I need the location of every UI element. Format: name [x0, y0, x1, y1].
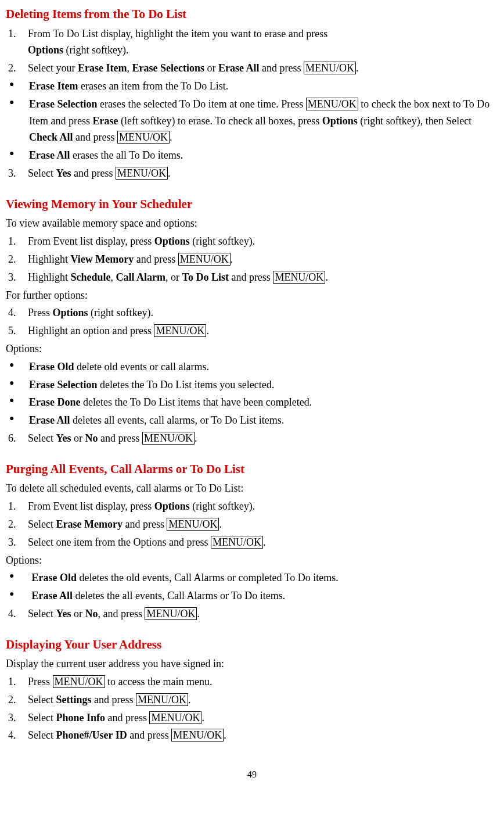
- text: deletes all events, call alarms, or To D…: [70, 414, 285, 426]
- key-label: MENU/OK: [306, 98, 358, 110]
- text: (right softkey).: [63, 44, 128, 56]
- text: .: [168, 167, 171, 179]
- text: Select: [28, 518, 56, 530]
- bold-text: View Memory: [71, 253, 134, 265]
- text: Highlight an option and press: [28, 325, 154, 336]
- key-label: MENU/OK: [142, 432, 195, 445]
- step-body: Select one item from the Options and pre…: [28, 534, 498, 551]
- text: .: [356, 62, 359, 74]
- bold-text: Options: [154, 500, 190, 512]
- key-label: MENU/OK: [171, 729, 224, 742]
- step-body: Highlight Schedule, Call Alarm, or To Do…: [28, 269, 498, 286]
- step-item: 3. Select Yes and press MENU/OK.: [6, 165, 498, 182]
- step-number: 1.: [6, 674, 28, 690]
- key-label: MENU/OK: [178, 253, 231, 266]
- bullet-icon: ●: [6, 412, 29, 429]
- bullet-icon: ●: [6, 147, 29, 164]
- key-label: MENU/OK: [149, 711, 201, 724]
- bold-text: Erase Old: [32, 572, 77, 583]
- text: delete old events or call alarms.: [74, 361, 209, 372]
- text: For further options:: [6, 287, 498, 304]
- text: and press: [127, 729, 171, 741]
- text: Select: [28, 694, 56, 705]
- bold-text: Erase Item: [78, 62, 127, 74]
- step-number: 2.: [6, 60, 28, 77]
- text: erases the selected To Do item at one ti…: [97, 98, 305, 110]
- step-number: 4.: [6, 727, 28, 744]
- text: Highlight: [28, 253, 71, 265]
- bold-text: Erase Selections: [132, 62, 204, 74]
- text: deletes the To Do List items you selecte…: [97, 379, 274, 391]
- bold-text: Erase Selection: [29, 379, 97, 391]
- text: Select one item from the Options and pre…: [28, 536, 211, 548]
- step-item: 4. Select Yes or No, and press MENU/OK.: [6, 606, 498, 622]
- bold-text: Erase Old: [29, 361, 74, 372]
- text: .: [263, 536, 266, 548]
- text: Select: [28, 167, 56, 179]
- step-body: Select Settings and press MENU/OK.: [28, 692, 498, 708]
- step-item: 1. Press MENU/OK to access the main menu…: [6, 674, 498, 690]
- step-body: Select Erase Memory and press MENU/OK.: [28, 516, 498, 533]
- text: ,: [111, 271, 116, 283]
- step-number: 1.: [6, 498, 28, 515]
- bold-text: Erase Item: [29, 80, 78, 92]
- text: From Event list display, press: [28, 500, 154, 512]
- text: .: [197, 608, 200, 619]
- step-number: 3.: [6, 269, 28, 286]
- text: or: [71, 432, 85, 444]
- page-number: 49: [6, 767, 498, 782]
- text: erases an item from the To Do List.: [78, 80, 228, 92]
- bullet-item: ● Erase All deletes the all events, Call…: [6, 588, 498, 604]
- bold-text: Erase Memory: [56, 518, 122, 530]
- step-item: 4. Press Options (right softkey).: [6, 305, 498, 321]
- bullet-item: ● Erase Selection deletes the To Do List…: [6, 377, 498, 393]
- text: From Event list display, press: [28, 235, 154, 247]
- bold-text: Erase Done: [29, 396, 81, 408]
- key-label: MENU/OK: [167, 518, 219, 531]
- bullet-body: Erase Old deletes the old events, Call A…: [29, 569, 498, 586]
- step-number: 5.: [6, 323, 28, 339]
- bold-text: Erase: [92, 115, 118, 127]
- step-body: Select Yes or No, and press MENU/OK.: [28, 606, 498, 622]
- step-number: 3.: [6, 534, 28, 551]
- text: .: [325, 271, 328, 283]
- text: Options:: [6, 552, 498, 569]
- text: .: [224, 729, 226, 741]
- text: deletes the all events, Call Alarms or T…: [73, 590, 285, 601]
- bold-text: Check All: [29, 131, 73, 143]
- bold-text: Options: [154, 235, 190, 247]
- text: , and press: [98, 608, 145, 619]
- text: Press: [28, 676, 53, 687]
- text: , or: [165, 271, 182, 283]
- bullet-icon: ●: [6, 78, 29, 95]
- step-item: 3. Select Phone Info and press MENU/OK.: [6, 710, 498, 726]
- bold-text: Phone Info: [56, 712, 105, 723]
- step-item: 2. Select Settings and press MENU/OK.: [6, 692, 498, 708]
- bullet-item: ● Erase Selection erases the selected To…: [6, 96, 498, 146]
- text: .: [219, 518, 222, 530]
- step-number: 4.: [6, 606, 28, 622]
- bullet-body: Erase All deletes all events, call alarm…: [29, 412, 498, 429]
- key-label: MENU/OK: [304, 62, 356, 74]
- bullet-icon: ●: [6, 394, 29, 411]
- bullet-item: ● Erase Old delete old events or call al…: [6, 359, 498, 375]
- step-number: 3.: [6, 710, 28, 726]
- step-number: 2.: [6, 692, 28, 708]
- step-item: 2. Highlight View Memory and press MENU/…: [6, 251, 498, 268]
- step-item: 2. Select your Erase Item, Erase Selecti…: [6, 60, 498, 77]
- text: and press: [73, 131, 117, 143]
- text: (right softkey).: [190, 500, 255, 512]
- step-number: 2.: [6, 251, 28, 268]
- step-number: 6.: [6, 430, 28, 447]
- text: (right softkey).: [190, 235, 255, 247]
- step-number: 1.: [6, 233, 28, 250]
- step-body: From Event list display, press Options (…: [28, 233, 498, 250]
- text: and press: [134, 253, 178, 265]
- text: and press: [71, 167, 115, 179]
- step-body: Select Yes or No and press MENU/OK.: [28, 430, 498, 447]
- intro-text: To delete all scheduled events, call ala…: [6, 480, 498, 497]
- text: and press: [92, 694, 136, 705]
- bullet-item: ● Erase All deletes all events, call ala…: [6, 412, 498, 429]
- key-label: MENU/OK: [116, 167, 168, 180]
- bold-text: Erase Selection: [29, 98, 97, 110]
